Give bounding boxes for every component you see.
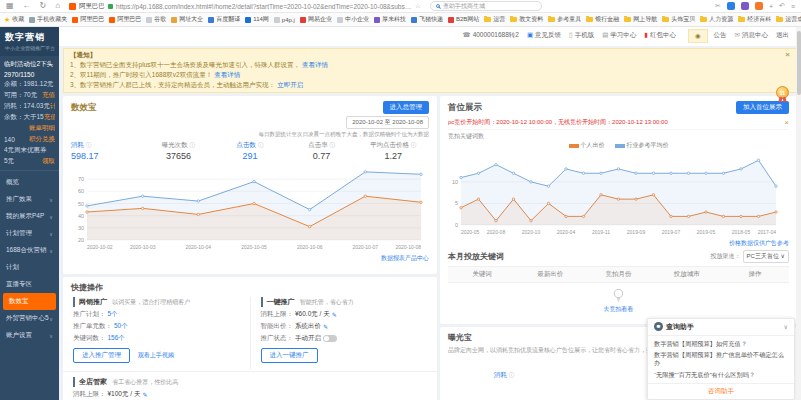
metric-点击率[interactable]: 点击率 ⓘ0.77 [286, 141, 358, 161]
bookmark-item[interactable]: 运营 [484, 15, 505, 24]
scrollbar-thumb[interactable] [797, 31, 801, 95]
close-icon[interactable]: × [785, 51, 790, 60]
promotion-toggle[interactable] [323, 335, 337, 342]
topbar-study[interactable]: ▤学习中心 [602, 31, 636, 40]
notice-link[interactable]: 查看详情 [302, 61, 328, 68]
home-icon[interactable]: ⌂ [55, 2, 60, 10]
add-extension-icon[interactable]: + [769, 3, 773, 10]
finance-action-link[interactable]: 计费 [50, 102, 55, 111]
notice-link[interactable]: 查看详情 [214, 71, 240, 78]
translate-extension-icon[interactable] [727, 2, 735, 10]
bookmark-item[interactable]: 百度翻译 [208, 15, 240, 24]
chat-header[interactable]: ☻ 查询助手 ∨ [648, 319, 794, 336]
metric-点击数[interactable]: 点击数 ⓘ291 [214, 141, 286, 161]
edit-icon[interactable]: ✎ [323, 323, 328, 330]
finance-action-link[interactable]: 积分兑换 [29, 135, 55, 144]
menu-icon[interactable]: ▦ [6, 2, 14, 10]
favorites-extension-icon[interactable] [755, 2, 763, 10]
bookmark-item[interactable]: 网址大全 [171, 15, 203, 24]
bookmark-item[interactable]: 手机收藏夹 [29, 15, 67, 24]
sidebar-item-外贸营销中心5[interactable]: 外贸营销中心5∨ [0, 310, 59, 327]
bookmark-item[interactable]: 头饰宝贝 [662, 15, 695, 24]
edit-icon[interactable]: ✎ [142, 391, 147, 398]
close-icon[interactable]: × [784, 119, 789, 127]
trend-chart-container: 2030405060702020-10-022020-10-032020-10-… [71, 163, 429, 253]
topbar-message[interactable]: ✉消息中心 [735, 31, 768, 40]
bookmark-item[interactable]: 厚来科技 [374, 15, 406, 24]
topbar-hotline[interactable]: ☎4000001688转2 [463, 31, 519, 40]
bookmark-item[interactable]: 网易企业 [300, 15, 332, 24]
svg-text:50: 50 [78, 201, 84, 207]
metric-label[interactable]: 消耗 ⓘ [494, 371, 514, 380]
address-bar[interactable]: 阿里巴巴 https://p4p.1688.com/index.html#!/h… [69, 1, 421, 12]
chevron-down-icon[interactable]: ∨ [784, 323, 788, 330]
shield-extension-icon[interactable] [741, 2, 749, 10]
finance-action-link[interactable]: 领取 [42, 157, 55, 166]
topbar-logout[interactable]: 退出 [776, 31, 789, 40]
page-scrollbar[interactable] [796, 27, 801, 400]
join-top-position-button[interactable]: 加入首位展示 [736, 101, 789, 114]
bookmark-item[interactable]: 谷歌 [146, 15, 166, 24]
go-bid-link[interactable]: 去竞拍看看 [604, 305, 634, 314]
bookmark-item[interactable]: 飞猪快递 [411, 15, 443, 24]
refresh-icon[interactable]: ↻ [40, 2, 47, 10]
back-icon[interactable]: ← [23, 2, 31, 10]
consult-assistant-link[interactable]: 咨询助手 [648, 383, 794, 399]
finance-action-link[interactable]: 充值 [44, 113, 55, 122]
sidebar-item-账户设置[interactable]: 账户设置∨ [0, 327, 59, 344]
chat-question[interactable]: “无限搜”“百万无底价”有什么区别吗？ [654, 371, 788, 379]
topbar-mobile[interactable]: ▯手机版 [569, 31, 594, 40]
sidebar-item-推广效果[interactable]: 推广效果∨ [0, 191, 59, 208]
bookmark-star-icon[interactable]: ☆ [415, 2, 421, 10]
chat-question[interactable]: 数字营销【周期预算】推广信息单价不确定怎么办 [654, 351, 788, 368]
chat-question[interactable]: 数字营销【周期预算】如何充值？ [654, 340, 788, 348]
bookmark-item[interactable]: ★收藏 [4, 15, 24, 24]
bookmark-item[interactable]: 经济百科 [738, 15, 771, 24]
bookmark-item[interactable]: 阿里巴巴 [72, 15, 104, 24]
bookmark-label: 网上导航 [633, 15, 657, 24]
bookmark-item[interactable]: 网上导航 [624, 15, 657, 24]
enter-promo-management-button[interactable]: 进入推广管理 [73, 348, 130, 363]
bookmark-item[interactable]: 中小企业 [337, 15, 369, 24]
sidebar-item-直播专区[interactable]: 直播专区 [0, 276, 59, 293]
tutorial-video-link[interactable]: 观看上手视频 [138, 351, 174, 360]
bookmark-item[interactable]: 人力资源 [700, 15, 733, 24]
sidebar-item-概览[interactable]: 概览 [0, 174, 59, 191]
finance-action-link[interactable]: 账单明细 [29, 124, 55, 133]
date-range-picker[interactable]: 2020-10-02 至 2020-10-08 [346, 116, 429, 129]
search-input[interactable] [443, 3, 536, 9]
bookmark-item[interactable]: 参考童具 [548, 15, 581, 24]
finance-action-link[interactable]: 充值 [42, 91, 55, 100]
campaign-medal-icon[interactable]: 11 [776, 86, 789, 99]
sidebar-item-数效宝[interactable]: 数效宝 [3, 293, 56, 310]
notice-link[interactable]: 立即开启 [277, 81, 303, 88]
browser-menu-icon[interactable]: ≡ [791, 3, 795, 10]
channel-select[interactable]: PC三天首位 ∨ [743, 250, 789, 263]
bookmark-item[interactable]: p4p.j [274, 17, 295, 23]
metric-曝光次数[interactable]: 曝光次数 ⓘ37656 [143, 141, 215, 161]
bookmark-item[interactable]: 教文资料 [510, 15, 543, 24]
bookmark-item[interactable]: 运营成本 [776, 15, 801, 24]
browser-search-box[interactable] [430, 1, 542, 11]
bookmark-item[interactable]: 阿里巴巴 [109, 15, 141, 24]
bookmark-item[interactable]: 银行金融 [586, 15, 619, 24]
price-note-link[interactable]: 价格数据仅供广告参考 [729, 240, 789, 246]
metric-平均点击价格[interactable]: 平均点击价格 ⓘ1.27 [357, 141, 429, 161]
bookmark-item[interactable]: B2B网站 [448, 15, 479, 24]
sidebar-item-计划管理[interactable]: 计划管理∨ [0, 225, 59, 242]
sidebar-item-我的展示P4P[interactable]: 我的展示P4P∨ [0, 208, 59, 225]
sidebar-item-1688合伙营销[interactable]: 1688合伙营销∨ [0, 242, 59, 259]
manage-button[interactable]: 进入总管理 [383, 101, 430, 114]
screenshot-icon[interactable]: ✂ [715, 2, 721, 10]
edit-icon[interactable]: ✎ [332, 311, 337, 318]
topbar-announce[interactable]: ◉公告 [684, 27, 727, 43]
topbar-redpacket[interactable]: ▮红包中心 [644, 31, 676, 40]
topbar-feedback[interactable]: ▣意见反馈 [527, 31, 561, 40]
bookmark-item[interactable]: 114网 [245, 15, 269, 24]
enter-one-click-promo-button[interactable]: 进入一键推广 [261, 348, 318, 363]
restore-session-icon[interactable]: ↶ [779, 2, 785, 10]
svg-text:2019-07: 2019-07 [662, 229, 681, 235]
report-link[interactable]: 数据报表产品中心 [381, 255, 429, 261]
metric-消耗[interactable]: 消耗 ⓘ598.17 [71, 141, 143, 161]
sidebar-item-计划[interactable]: 计划 [0, 259, 59, 276]
